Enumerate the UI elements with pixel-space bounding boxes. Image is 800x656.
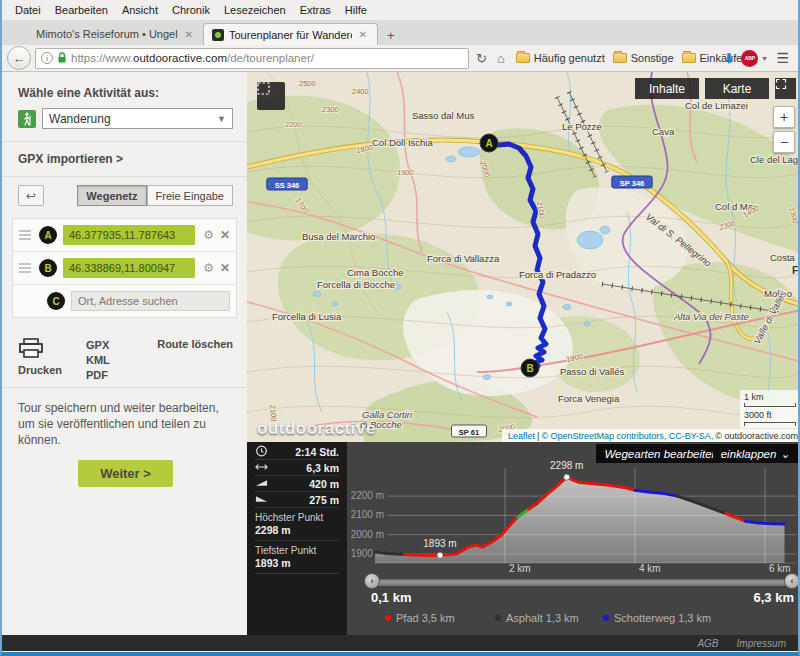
adblock-caret-icon[interactable]: ▾ [762,54,766,63]
export-link-pdf[interactable]: PDF [86,368,110,383]
reload-button[interactable]: ↻ [473,51,490,66]
legend-item-2: Asphalt 1,3 km [495,612,579,624]
menu-item-datei[interactable]: Datei [8,2,48,18]
attribution-link[interactable]: © OpenStreetMap contributors, CC-BY-SA, [541,431,713,441]
place-label: Busa del Marchio [302,231,375,242]
legend-label: Schotterweg 1,3 km [614,612,711,624]
export-link-gpx[interactable]: GPX [86,338,110,353]
road-shield-label: SP 61 [459,428,479,437]
chevron-down-icon: ▼ [217,114,226,124]
tab-close-icon[interactable]: ✕ [183,29,195,40]
waypoint-input-c[interactable]: Ort, Adresse suchen [71,291,230,311]
attribution-link[interactable]: Leaflet [508,431,535,441]
zoom-out-button[interactable]: − [773,131,795,153]
menu-item-lesezeichen[interactable]: Lesezeichen [217,2,293,18]
stat-value: 2:14 Std. [295,446,339,458]
x-axis-tick: 2 km [509,563,531,574]
place-label: Col Doll Ischia [372,137,433,148]
elevation-chart[interactable]: 2200 m2100 m2000 m1900 m2 km4 km6 km2298… [347,442,800,635]
waypoint-settings-icon[interactable]: ⚙ [203,228,214,242]
map-attribution: Leaflet | © OpenStreetMap contributors, … [502,429,800,442]
place-label: Cava [652,126,675,137]
waypoint-input-b[interactable]: 46.338869,11.800947 [63,258,195,278]
area-select-tool-button[interactable] [257,82,285,110]
weiter-button[interactable]: Weiter > [78,460,173,487]
site-info-icon[interactable]: i [41,52,53,64]
mode-tab-freie-eingabe[interactable]: Freie Eingabe [147,185,234,206]
place-label: Cima Bocche [347,267,404,278]
contour-label: 2300 [322,105,339,114]
export-link-kml[interactable]: KML [86,353,110,368]
print-block[interactable]: Drucken [18,338,86,383]
collapse-button[interactable]: einklappen ⌄ [713,444,798,463]
zoom-in-button[interactable]: + [773,106,795,128]
url-bar[interactable]: i https://www.outdooractive.com/de/toure… [35,48,469,69]
clock-icon [255,444,268,460]
stat-row-ascent: 420 m [255,476,339,492]
footer-link-impressum[interactable]: Impressum [737,638,786,649]
elevation-point-dot [437,552,443,558]
delete-route-link[interactable]: Route löschen [157,338,233,383]
waypoint-badge-a: A [39,226,57,244]
place-label: Falca [792,264,800,276]
tab-close-icon[interactable]: ✕ [357,29,369,40]
home-button[interactable]: ⌂ [494,51,508,66]
menu-item-ansicht[interactable]: Ansicht [115,2,165,18]
bookmarks-toolbar: Häufig genutztSonstigeEinkäufe [512,52,717,64]
scale-imperial: 3000 ft [744,410,796,420]
contour-label: 2400 [352,87,369,96]
edit-waytypes-button[interactable]: Wegearten bearbeiten [596,444,726,463]
waypoint-badge-c: C [47,292,65,310]
route-marker-a[interactable]: A [480,134,498,152]
menu-item-bearbeiten[interactable]: Bearbeiten [48,2,115,18]
activity-label: Wähle eine Aktivität aus: [18,86,233,100]
map-canvas[interactable]: Sasso dal MusLe PozzeCavaCol de LimazeiC… [247,72,800,442]
waypoint-remove-icon[interactable]: ✕ [220,261,230,275]
place-label: Costa Somor [770,252,800,263]
range-slider-right-handle[interactable]: ‹ [784,573,800,589]
x-axis-tick: 6 km [769,563,791,574]
place-label: Le Pozze [562,121,602,132]
map-inhalte-button[interactable]: Inhalte [635,78,699,99]
place-label: Cle del Lago [750,154,800,165]
waypoint-list: A46.377935,11.787643⚙✕B46.338869,11.8009… [12,218,237,318]
lake [313,292,321,297]
gpx-import-link[interactable]: GPX importieren > [18,142,233,176]
bookmark-folder-2[interactable]: Sonstige [609,52,678,64]
download-icon[interactable]: ⬇ [721,51,738,66]
folder-icon [682,53,696,63]
waypoint-remove-icon[interactable]: ✕ [220,228,230,242]
tab-2[interactable]: Tourenplaner für Wandere...✕ [203,23,378,45]
activity-select[interactable]: Wanderung ▼ [42,108,233,129]
navigation-bar: ← i https://www.outdooractive.com/de/tou… [2,45,798,72]
contour-label: 2200 [285,120,302,129]
map-watermark: outdooractive [257,419,376,439]
range-slider-left-handle[interactable]: › [364,573,380,589]
stat-row-descent: 275 m [255,492,339,508]
tab-1[interactable]: Mimoto's Reiseforum • Ungel...✕ [28,23,203,45]
bookmark-folder-1[interactable]: Häufig genutzt [512,52,609,64]
footer-link-agb[interactable]: AGB [697,638,718,649]
menu-item-hilfe[interactable]: Hilfe [338,2,374,18]
waypoint-settings-icon[interactable]: ⚙ [203,261,214,275]
map-container[interactable]: Sasso dal MusLe PozzeCavaCol de LimazeiC… [247,72,800,442]
new-tab-button[interactable]: + [378,28,404,45]
menu-item-extras[interactable]: Extras [293,2,338,18]
route-marker-b[interactable]: B [521,359,539,377]
folder-icon [516,53,530,63]
elevation-chart-canvas[interactable]: 2200 m2100 m2000 m1900 m2 km4 km6 km2298… [347,442,800,635]
waypoint-input-a[interactable]: 46.377935,11.787643 [63,225,195,245]
fullscreen-button[interactable] [775,78,796,99]
menu-button[interactable]: ☰ [772,50,793,66]
place-label: Forcella di Bocche [317,279,395,290]
drag-handle-icon[interactable] [19,263,31,273]
map-karte-button[interactable]: Karte [705,78,769,99]
adblock-icon[interactable]: ABP [741,50,758,67]
drag-handle-icon[interactable] [19,230,31,240]
undo-button[interactable]: ↩ [18,185,44,206]
mode-tab-wegenetz[interactable]: Wegenetz [77,185,146,206]
range-slider-track[interactable] [372,579,792,586]
menu-item-chronik[interactable]: Chronik [165,2,217,18]
back-button[interactable]: ← [7,46,31,70]
url-text[interactable]: https://www.outdooractive.com/de/tourenp… [71,52,463,64]
